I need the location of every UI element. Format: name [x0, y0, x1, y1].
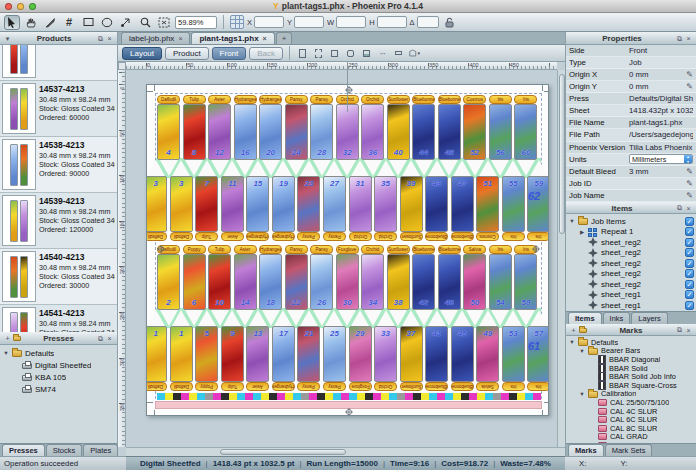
shape-preset-icon[interactable]: ▾ — [408, 47, 421, 60]
item-visibility-checkbox[interactable]: ✓ — [685, 269, 694, 278]
close-tab-icon[interactable]: × — [178, 35, 182, 42]
items-tree-row[interactable]: sheet_reg2✓ — [566, 248, 696, 259]
product-list-item[interactable]: 14537-421330.48 mm x 98.24 mmStock: Glos… — [0, 81, 117, 137]
shape-tool-icon[interactable] — [118, 15, 134, 30]
product-list-item[interactable]: Stock: Gloss Coated 340 gOrdered: 60000 — [0, 45, 117, 81]
press-tree-row[interactable]: Digital Sheetfed — [0, 359, 117, 371]
press-tree-row[interactable]: ▼Defaults — [0, 347, 117, 359]
zoom-tool-icon[interactable] — [137, 15, 153, 30]
item-visibility-checkbox[interactable]: ✓ — [685, 217, 694, 226]
edit-pencil-icon[interactable]: ✎ — [686, 191, 693, 200]
marks-tree-row[interactable]: BBAR Square-Cross — [566, 381, 696, 390]
disclosure-triangle-icon[interactable]: ▼ — [569, 339, 575, 345]
layout-canvas[interactable]: Daffodil4Tulip8Aster12Hydrangea16Hydrang… — [126, 70, 557, 447]
tab-layers[interactable]: Layers — [631, 312, 668, 324]
marks-tree-row[interactable]: CAL 6C SLUR — [566, 415, 696, 424]
undock-panel-icon[interactable]: ⧉ — [675, 326, 684, 334]
new-folder-icon[interactable] — [578, 327, 587, 334]
items-tree-row[interactable]: sheet_reg2✓ — [566, 258, 696, 269]
items-tree-row[interactable]: sheet_reg1✓ — [566, 300, 696, 311]
marks-tree-row[interactable]: CAL 8C SLUR — [566, 424, 696, 433]
tab-stocks[interactable]: Stocks — [46, 444, 83, 456]
number-tool-icon[interactable]: # — [61, 15, 77, 30]
close-panel-icon[interactable]: × — [684, 327, 693, 334]
marks-tree-row[interactable]: ▼Bearer Bars — [566, 347, 696, 356]
align-top-icon[interactable] — [344, 47, 357, 60]
x-input[interactable] — [254, 16, 284, 28]
tab-marks[interactable]: Marks — [568, 444, 604, 456]
align-bottom-icon[interactable] — [360, 47, 373, 60]
add-mark-icon[interactable]: + — [569, 327, 578, 334]
edit-pencil-icon[interactable]: ✎ — [686, 82, 693, 91]
tab-items[interactable]: Items — [568, 312, 602, 324]
items-tree-row[interactable]: sheet_reg2✓ — [566, 237, 696, 248]
items-tree-row[interactable]: sheet_reg1✓ — [566, 290, 696, 301]
undock-panel-icon[interactable]: ⧉ — [675, 35, 684, 43]
w-input[interactable] — [336, 16, 366, 28]
item-visibility-checkbox[interactable]: ✓ — [685, 280, 694, 289]
lock-icon[interactable] — [442, 15, 458, 30]
press-sheet[interactable]: Daffodil4Tulip8Aster12Hydrangea16Hydrang… — [146, 84, 549, 416]
item-visibility-checkbox[interactable]: ✓ — [685, 301, 694, 310]
items-tree-row[interactable]: ▼Job Items✓ — [566, 216, 696, 227]
marks-tree-row[interactable]: BBAR Solid — [566, 364, 696, 373]
tab-inks[interactable]: Inks — [603, 312, 631, 324]
product-list-item[interactable]: 14539-421330.48 mm x 98.24 mmStock: Glos… — [0, 193, 117, 249]
front-button[interactable]: Front — [212, 47, 247, 60]
grid-snap-icon[interactable] — [230, 15, 244, 29]
new-folder-icon[interactable] — [12, 335, 21, 342]
disclosure-triangle-icon[interactable]: ▼ — [569, 218, 575, 224]
pan-tool-icon[interactable] — [23, 15, 39, 30]
items-tree-row[interactable]: sheet_reg2✓ — [566, 269, 696, 280]
rotation-input[interactable] — [417, 16, 439, 28]
marks-tree-row[interactable]: CAL 4C SLUR — [566, 407, 696, 416]
items-tree-row[interactable]: sheet_reg2✓ — [566, 279, 696, 290]
h-input[interactable] — [377, 16, 407, 28]
panel-menu-icon[interactable]: ▾ — [3, 35, 12, 43]
tab-presses[interactable]: Presses — [2, 444, 45, 456]
fit-view-icon[interactable] — [156, 15, 172, 30]
disclosure-triangle-icon[interactable]: ▼ — [3, 350, 9, 356]
edit-pencil-icon[interactable]: ✎ — [686, 70, 693, 79]
dropdown-stepper-icon[interactable]: ▲▼ — [684, 155, 692, 163]
marks-tree-row[interactable]: BBAR Diagonal — [566, 355, 696, 364]
item-visibility-checkbox[interactable]: ✓ — [685, 227, 694, 236]
marks-tree-row[interactable]: CAL 25/50/75/100 — [566, 398, 696, 407]
edit-pencil-icon[interactable]: ✎ — [686, 179, 693, 188]
item-visibility-checkbox[interactable]: ✓ — [685, 290, 694, 299]
marks-tree-row[interactable]: CAL GRAD — [566, 433, 696, 442]
product-button[interactable]: Product — [165, 47, 209, 60]
close-panel-icon[interactable]: × — [105, 35, 114, 42]
back-button[interactable]: Back — [249, 47, 283, 60]
disclosure-triangle-icon[interactable]: ▼ — [579, 391, 585, 397]
new-tab-button[interactable]: + — [276, 32, 293, 44]
distribute-horizontal-icon[interactable]: ↔ — [376, 47, 389, 60]
product-list-item[interactable]: 14541-421330.48 mm x 98.24 mmStock: Glos… — [0, 305, 117, 332]
document-tab[interactable]: plant-tags1.phx× — [191, 32, 274, 44]
undock-panel-icon[interactable]: ⧉ — [96, 335, 105, 343]
tab-mark-sets[interactable]: Mark Sets — [605, 444, 653, 456]
undock-panel-icon[interactable]: ⧉ — [96, 35, 105, 43]
close-panel-icon[interactable]: × — [684, 35, 693, 42]
distribute-vertical-icon[interactable] — [392, 47, 405, 60]
tab-plates[interactable]: Plates — [83, 444, 118, 456]
horizontal-scrollbar[interactable] — [126, 447, 565, 456]
marks-tree-row[interactable]: BBAR Solid Job Info — [566, 372, 696, 381]
item-visibility-checkbox[interactable]: ✓ — [685, 259, 694, 268]
zoom-level-input[interactable] — [175, 16, 217, 29]
press-tree-row[interactable]: KBA 105 — [0, 371, 117, 383]
layout-button[interactable]: Layout — [122, 47, 162, 60]
edit-pencil-icon[interactable]: ✎ — [686, 167, 693, 176]
units-dropdown[interactable]: Millimeters▲▼ — [629, 154, 693, 164]
rectangle-tool-icon[interactable] — [80, 15, 96, 30]
disclosure-triangle-icon[interactable]: ▼ — [579, 348, 585, 354]
document-tab[interactable]: label-job.phx× — [121, 32, 190, 44]
vertical-scrollbar[interactable] — [557, 70, 565, 447]
product-list-item[interactable]: 14540-421330.48 mm x 98.24 mmStock: Glos… — [0, 249, 117, 305]
align-center-icon[interactable] — [312, 47, 325, 60]
add-press-icon[interactable]: + — [3, 335, 12, 342]
close-panel-icon[interactable]: × — [684, 205, 693, 212]
undock-panel-icon[interactable]: ⧉ — [675, 204, 684, 212]
item-visibility-checkbox[interactable]: ✓ — [685, 248, 694, 257]
align-right-icon[interactable] — [328, 47, 341, 60]
